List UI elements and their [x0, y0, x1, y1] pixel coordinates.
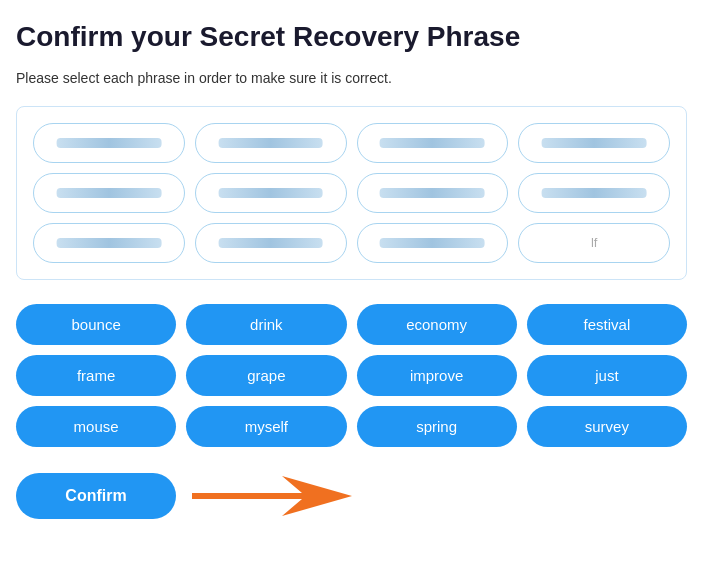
phrase-slot — [357, 123, 509, 163]
phrase-slot: lf — [518, 223, 670, 263]
phrase-slot — [357, 223, 509, 263]
phrase-grid: lf — [33, 123, 670, 263]
confirm-area: Confirm — [16, 471, 687, 521]
word-btn-spring[interactable]: spring — [357, 406, 517, 447]
word-btn-economy[interactable]: economy — [357, 304, 517, 345]
svg-marker-0 — [192, 476, 352, 516]
phrase-slot — [33, 123, 185, 163]
word-btn-drink[interactable]: drink — [186, 304, 346, 345]
word-options: bouncedrinkeconomyfestivalframegrapeimpr… — [16, 304, 687, 447]
arrow-icon — [192, 471, 352, 521]
phrase-slot — [33, 223, 185, 263]
word-btn-mouse[interactable]: mouse — [16, 406, 176, 447]
word-btn-survey[interactable]: survey — [527, 406, 687, 447]
word-btn-frame[interactable]: frame — [16, 355, 176, 396]
word-btn-improve[interactable]: improve — [357, 355, 517, 396]
arrow-container — [192, 471, 352, 521]
phrase-grid-container: lf — [16, 106, 687, 280]
word-btn-just[interactable]: just — [527, 355, 687, 396]
confirm-button[interactable]: Confirm — [16, 473, 176, 519]
phrase-slot — [518, 173, 670, 213]
word-btn-grape[interactable]: grape — [186, 355, 346, 396]
page-subtitle: Please select each phrase in order to ma… — [16, 70, 687, 86]
word-btn-festival[interactable]: festival — [527, 304, 687, 345]
word-btn-bounce[interactable]: bounce — [16, 304, 176, 345]
page-title: Confirm your Secret Recovery Phrase — [16, 20, 687, 54]
phrase-slot — [195, 173, 347, 213]
phrase-slot — [357, 173, 509, 213]
phrase-slot — [33, 173, 185, 213]
word-btn-myself[interactable]: myself — [186, 406, 346, 447]
phrase-slot — [518, 123, 670, 163]
phrase-slot — [195, 123, 347, 163]
phrase-slot — [195, 223, 347, 263]
